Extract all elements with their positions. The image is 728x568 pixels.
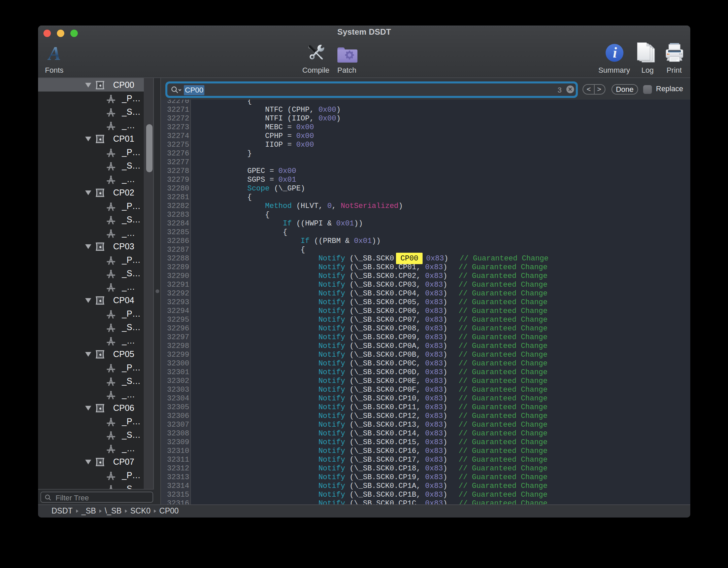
svg-text:i: i [613, 44, 617, 61]
svg-text:A: A [47, 44, 61, 63]
